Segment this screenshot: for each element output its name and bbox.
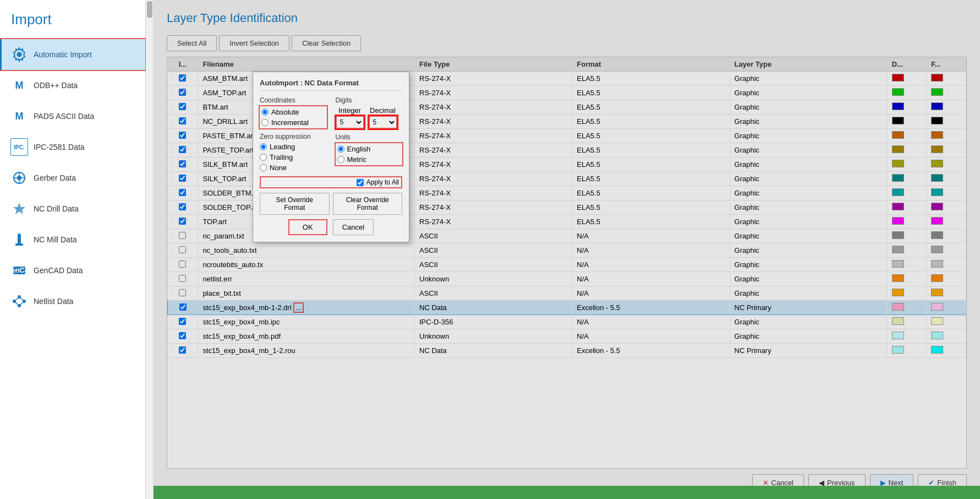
english-label: English bbox=[347, 145, 371, 153]
coordinates-radio-group: Absolute Incremental bbox=[260, 106, 327, 128]
clear-override-format-button[interactable]: Clear Override Format bbox=[333, 193, 403, 215]
integer-label: Integer bbox=[338, 106, 360, 115]
trailing-option[interactable]: Trailing bbox=[260, 153, 327, 161]
cancel-dialog-button[interactable]: Cancel bbox=[333, 219, 374, 235]
incremental-option[interactable]: Incremental bbox=[261, 118, 325, 127]
svg-line-18 bbox=[14, 301, 19, 306]
sidebar-label-nc-mill: NC Mill Data bbox=[34, 235, 77, 244]
sidebar-item-gerber-data[interactable]: Gerber Data bbox=[0, 162, 145, 193]
app-title: Import bbox=[0, 6, 145, 39]
apply-to-all-row: Apply to All bbox=[260, 176, 402, 188]
svg-rect-7 bbox=[18, 234, 21, 245]
sidebar-item-nc-mill[interactable]: NC Mill Data bbox=[0, 224, 145, 255]
zero-suppression-label: Zero suppression bbox=[260, 133, 327, 140]
sidebar-label-gerber: Gerber Data bbox=[34, 173, 76, 182]
trailing-radio[interactable] bbox=[260, 154, 267, 161]
sidebar-label-pads: PADS ASCII Data bbox=[34, 112, 94, 121]
set-override-format-button[interactable]: Set Override Format bbox=[260, 193, 330, 215]
trailing-label: Trailing bbox=[270, 153, 293, 161]
sidebar-item-automatic-import[interactable]: Automatic Import bbox=[0, 39, 145, 70]
absolute-label: Absolute bbox=[271, 108, 299, 116]
modal-title: AutoImport : NC Data Format bbox=[260, 79, 402, 91]
metric-label: Metric bbox=[347, 155, 366, 164]
svg-line-15 bbox=[14, 297, 19, 301]
sidebar-item-gencad[interactable]: GenCad GenCAD Data bbox=[0, 255, 145, 286]
pads-icon: M bbox=[10, 107, 28, 125]
netlist-icon bbox=[10, 292, 28, 310]
scroll-bar[interactable] bbox=[146, 0, 154, 499]
ok-button[interactable]: OK bbox=[288, 219, 327, 235]
gear-icon bbox=[10, 46, 28, 63]
digits-label: Digits bbox=[336, 96, 403, 104]
modal-action-buttons: Set Override Format Clear Override Forma… bbox=[260, 193, 402, 215]
nc-mill-icon bbox=[10, 231, 28, 248]
metric-option[interactable]: Metric bbox=[337, 155, 401, 164]
svg-point-1 bbox=[17, 52, 22, 57]
integer-select[interactable]: 5436 bbox=[336, 116, 364, 129]
incremental-radio[interactable] bbox=[261, 119, 269, 126]
sidebar-label-nc-drill: NC Drill Data bbox=[34, 204, 79, 213]
none-label: None bbox=[270, 164, 287, 172]
svg-rect-8 bbox=[15, 243, 23, 246]
modal-ok-cancel-row: OK Cancel bbox=[260, 219, 402, 235]
sidebar: Import Automatic Import M ODB++ Data M P… bbox=[0, 0, 146, 499]
apply-to-all-checkbox[interactable] bbox=[357, 179, 364, 186]
svg-marker-6 bbox=[13, 203, 25, 214]
sidebar-item-pads-data[interactable]: M PADS ASCII Data bbox=[0, 101, 145, 132]
none-radio[interactable] bbox=[260, 164, 267, 171]
nc-drill-icon bbox=[10, 200, 28, 218]
absolute-option[interactable]: Absolute bbox=[261, 108, 325, 116]
svg-line-17 bbox=[19, 301, 24, 306]
sidebar-item-netlist[interactable]: Netlist Data bbox=[0, 286, 145, 317]
sidebar-label-gencad: GenCAD Data bbox=[34, 266, 83, 275]
integer-col: Integer 5436 bbox=[336, 106, 364, 129]
leading-radio[interactable] bbox=[260, 143, 267, 150]
ipc-icon: IPC. bbox=[10, 138, 28, 156]
leading-option[interactable]: Leading bbox=[260, 143, 327, 151]
english-radio[interactable] bbox=[337, 145, 344, 153]
sidebar-label-netlist: Netlist Data bbox=[34, 297, 73, 306]
sidebar-label-ipc: IPC-2581 Data bbox=[34, 143, 85, 151]
leading-label: Leading bbox=[270, 143, 295, 151]
sidebar-item-odb-data[interactable]: M ODB++ Data bbox=[0, 70, 145, 101]
absolute-radio[interactable] bbox=[261, 109, 269, 116]
svg-line-16 bbox=[19, 297, 24, 301]
english-option[interactable]: English bbox=[337, 145, 401, 153]
sidebar-label-odb: ODB++ Data bbox=[34, 81, 78, 90]
sidebar-item-nc-drill[interactable]: NC Drill Data bbox=[0, 193, 145, 224]
zero-suppression-radio-group: Leading Trailing None bbox=[260, 143, 327, 172]
modal-main-row: Coordinates Absolute Incremental Zero su… bbox=[260, 96, 402, 172]
units-label: Units bbox=[336, 133, 403, 141]
apply-to-all-label: Apply to All bbox=[366, 178, 399, 186]
incremental-label: Incremental bbox=[271, 118, 309, 127]
digits-row: Integer 5436 Decimal 5436 bbox=[336, 106, 403, 129]
modal-right-col: Digits Integer 5436 Decimal 5436 bbox=[336, 96, 403, 172]
decimal-col: Decimal 5436 bbox=[369, 106, 397, 129]
gerber-icon bbox=[10, 169, 28, 187]
decimal-label: Decimal bbox=[370, 106, 396, 115]
metric-radio[interactable] bbox=[337, 156, 344, 163]
gencad-icon: GenCad bbox=[10, 262, 28, 279]
nc-data-format-dialog: AutoImport : NC Data Format Coordinates … bbox=[253, 72, 409, 242]
svg-text:GenCad: GenCad bbox=[12, 266, 26, 274]
units-radio-group: English Metric bbox=[336, 143, 403, 165]
modal-left-col: Coordinates Absolute Incremental Zero su… bbox=[260, 96, 327, 172]
modal-overlay: AutoImport : NC Data Format Coordinates … bbox=[154, 0, 980, 499]
odb-icon: M bbox=[10, 77, 28, 94]
sidebar-item-ipc-data[interactable]: IPC. IPC-2581 Data bbox=[0, 132, 145, 162]
coordinates-label: Coordinates bbox=[260, 96, 327, 104]
sidebar-label-automatic-import: Automatic Import bbox=[34, 50, 92, 59]
decimal-select[interactable]: 5436 bbox=[369, 116, 397, 129]
main-content: Layer Type Identification Select All Inv… bbox=[154, 0, 980, 499]
none-option[interactable]: None bbox=[260, 164, 327, 172]
